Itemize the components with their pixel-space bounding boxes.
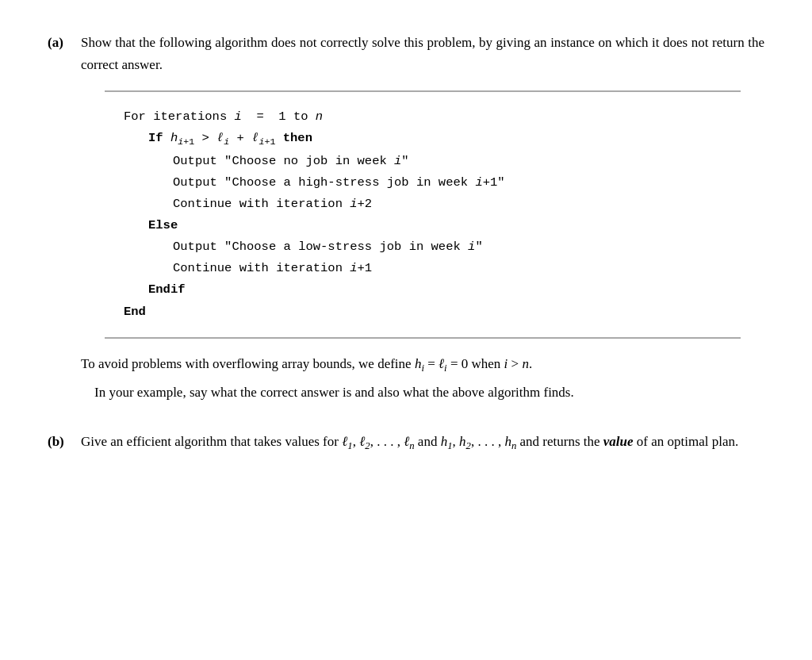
algo-line-10: End bbox=[124, 301, 722, 323]
algo-line-8: Continue with iteration i+1 bbox=[124, 258, 722, 279]
part-a-intro: Show that the following algorithm does n… bbox=[81, 32, 764, 76]
algo-line-6: Else bbox=[124, 215, 722, 236]
part-b-content: Give an efficient algorithm that takes v… bbox=[81, 431, 764, 455]
algo-line-5: Continue with iteration i+2 bbox=[124, 194, 722, 215]
algo-line-2: If hi+1 > ℓi + ℓi+1 then bbox=[124, 128, 722, 150]
part-a-content: Show that the following algorithm does n… bbox=[81, 32, 764, 409]
algo-line-4: Output "Choose a high-stress job in week… bbox=[124, 172, 722, 194]
algo-line-9: Endif bbox=[124, 279, 722, 301]
algo-line-3: Output "Choose no job in week i" bbox=[124, 151, 722, 172]
algorithm-box: For iterations i = 1 to n If hi+1 > ℓi +… bbox=[105, 90, 741, 339]
algo-line-1: For iterations i = 1 to n bbox=[124, 106, 722, 128]
part-b: (b) Give an efficient algorithm that tak… bbox=[48, 431, 764, 455]
problem-section: (a) Show that the following algorithm do… bbox=[48, 32, 764, 455]
part-b-label: (b) bbox=[48, 431, 73, 452]
part-a: (a) Show that the following algorithm do… bbox=[48, 32, 764, 409]
algo-line-7: Output "Choose a low-stress job in week … bbox=[124, 236, 722, 258]
explanation-para-1: To avoid problems with overflowing array… bbox=[81, 353, 764, 377]
part-b-text: Give an efficient algorithm that takes v… bbox=[81, 431, 764, 455]
explanation-para-2: In your example, say what the correct an… bbox=[81, 382, 764, 404]
explanation-block: To avoid problems with overflowing array… bbox=[81, 353, 764, 404]
part-a-label: (a) bbox=[48, 32, 73, 53]
